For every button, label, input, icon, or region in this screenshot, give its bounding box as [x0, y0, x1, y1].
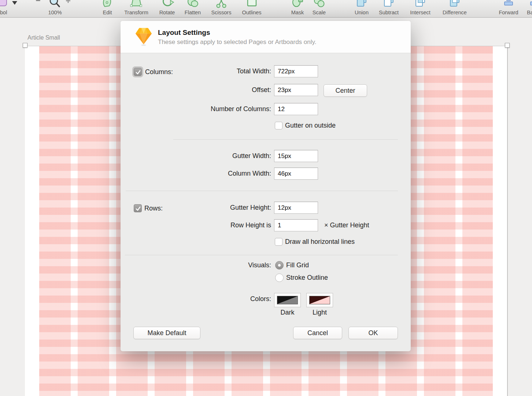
toolbar-item-backward[interactable]: Ba [527, 0, 532, 18]
fill-grid-label: Fill Grid [286, 261, 309, 270]
number-of-columns-label: Number of Columns: [128, 103, 271, 115]
toolbar-item-label: Forward [499, 10, 518, 15]
toolbar-item-label: Scissors [211, 10, 232, 15]
union-icon [354, 0, 369, 11]
toolbar-item-scale[interactable]: Scale [308, 0, 330, 18]
toolbar-item-label: Outlines [242, 10, 261, 15]
dark-color-well[interactable] [274, 293, 301, 307]
gutter-on-outside-label: Gutter on outside [285, 122, 336, 129]
backward-icon [528, 0, 532, 11]
dialog-subtitle: These settings apply to selected Pages o… [158, 38, 317, 46]
toolbar-item-edit[interactable]: Edit [96, 0, 118, 18]
divider [126, 191, 398, 191]
stroke-outline-radio[interactable] [275, 274, 284, 282]
subtract-icon [381, 0, 396, 11]
dialog-title: Layout Settings [158, 29, 210, 37]
total-width-input[interactable] [274, 65, 318, 77]
toolbar-item-symbol[interactable]: bol [0, 0, 22, 18]
offset-input[interactable] [274, 84, 318, 96]
dark-color-swatch [277, 296, 298, 304]
outlines-icon [244, 0, 259, 11]
transform-icon [129, 0, 144, 11]
light-color-swatch [309, 296, 330, 304]
toolbar-item-label: Rotate [159, 10, 175, 15]
toolbar-item-forward[interactable]: Forward [494, 0, 523, 18]
ok-button[interactable]: OK [348, 327, 398, 339]
toolbar-item-label: Subtract [379, 10, 399, 15]
toolbar-item-transform[interactable]: Transform [120, 0, 153, 18]
total-width-label: Total Width: [128, 65, 271, 77]
draw-all-lines-checkbox[interactable] [275, 238, 282, 246]
toolbar-item-rotate[interactable]: Rotate [154, 0, 180, 18]
column-width-label: Column Width: [128, 168, 271, 180]
toolbar-item-mask[interactable]: Mask [287, 0, 309, 18]
dark-swatch-label: Dark [274, 309, 301, 316]
toolbar-item-label: bol [0, 10, 7, 15]
sketch-app-window: bol 100% Edit [0, 0, 532, 396]
edit-icon [100, 0, 115, 11]
toolbar-item-label: Flatten [185, 10, 201, 15]
forward-icon [501, 0, 516, 11]
visuals-label: Visuals: [128, 261, 271, 270]
light-color-well[interactable] [306, 293, 333, 307]
column-width-input[interactable] [274, 168, 318, 180]
toolbar-item-label: Intersect [410, 10, 431, 15]
gutter-on-outside-checkbox[interactable] [275, 122, 282, 129]
artboard-title[interactable]: Article Small [27, 34, 60, 41]
selection-handle-top-left[interactable] [23, 43, 27, 48]
light-swatch-label: Light [306, 309, 333, 316]
gutter-width-label: Gutter Width: [128, 150, 271, 162]
toolbar-item-union[interactable]: Union [351, 0, 373, 18]
scissors-icon [214, 0, 229, 11]
layout-settings-dialog: Layout Settings These settings apply to … [121, 21, 411, 351]
make-default-button[interactable]: Make Default [133, 327, 200, 339]
toolbar-item-label: Ba [527, 10, 532, 15]
draw-all-lines-label: Draw all horizontal lines [285, 238, 355, 246]
toolbar-item-label: Difference [443, 10, 467, 15]
intersect-icon [413, 0, 428, 11]
divider [173, 139, 398, 140]
gutter-width-input[interactable] [274, 150, 318, 162]
scale-icon [312, 0, 326, 11]
sketch-gem-icon [135, 26, 152, 49]
row-height-input[interactable] [274, 219, 318, 231]
fill-grid-radio[interactable] [275, 261, 284, 270]
toolbar-item-subtract[interactable]: Subtract [374, 0, 403, 18]
mask-icon [290, 0, 305, 11]
toolbar-item-outlines[interactable]: Outlines [237, 0, 266, 18]
toolbar-item-scissors[interactable]: Scissors [207, 0, 236, 18]
gutter-height-label: Gutter Height: [128, 202, 271, 214]
row-height-suffix: × Gutter Height [324, 219, 369, 231]
toolbar-item-label: Transform [124, 10, 148, 15]
toolbar-item-label: Edit [103, 10, 112, 15]
dialog-header: Layout Settings These settings apply to … [121, 21, 411, 53]
zoom-icon [33, 0, 77, 10]
gutter-height-input[interactable] [274, 202, 318, 214]
number-of-columns-input[interactable] [274, 103, 318, 115]
stroke-outline-label: Stroke Outline [286, 274, 328, 282]
toolbar-item-difference[interactable]: Difference [438, 0, 471, 18]
row-height-label: Row Height is [128, 219, 271, 231]
toolbar-item-intersect[interactable]: Intersect [406, 0, 435, 18]
toolbar-item-flatten[interactable]: Flatten [180, 0, 206, 18]
offset-label: Offset: [128, 84, 271, 96]
divider [125, 255, 398, 255]
difference-icon [447, 0, 462, 11]
toolbar: bol 100% Edit [0, 0, 532, 18]
symbol-icon [0, 0, 22, 9]
toolbar-item-zoom[interactable]: 100% [33, 0, 77, 18]
rotate-icon [160, 0, 174, 11]
toolbar-item-label: Mask [291, 10, 304, 15]
selection-handle-top-right[interactable] [505, 43, 510, 48]
toolbar-item-label: Scale [313, 10, 326, 15]
colors-label: Colors: [128, 295, 271, 303]
center-button[interactable]: Center [324, 84, 367, 97]
toolbar-item-label: 100% [48, 10, 62, 15]
flatten-icon [185, 0, 200, 11]
toolbar-item-label: Union [355, 10, 369, 15]
cancel-button[interactable]: Cancel [293, 327, 342, 339]
